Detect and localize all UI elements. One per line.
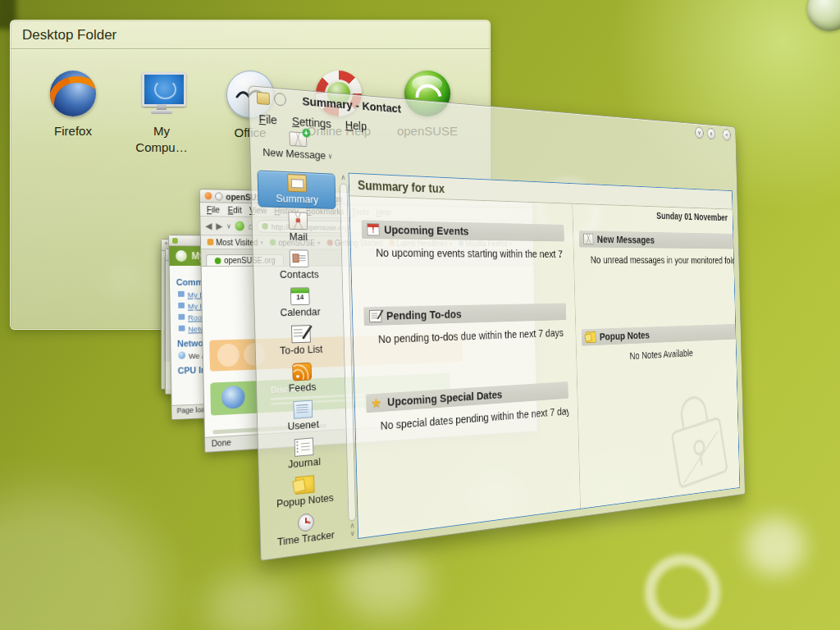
window-buttons: ∨ ∧ ×	[695, 126, 731, 141]
close-button[interactable]: ×	[722, 129, 731, 141]
sidebar-item-usenet[interactable]: Usenet	[263, 396, 342, 438]
menu-file[interactable]: File	[258, 111, 277, 126]
maximize-button[interactable]: ∧	[707, 127, 716, 139]
menu-help[interactable]: Help	[345, 117, 367, 132]
desktop-icon-label: My Compu…	[128, 123, 195, 157]
section-upcoming-special-dates: ★Upcoming Special Dates No special dates…	[366, 381, 568, 433]
wallpaper-bead	[807, 0, 840, 31]
back-icon[interactable]: ◀	[205, 221, 212, 231]
section-pending-todos: Pending To-dos No pending to-dos due wit…	[363, 304, 566, 346]
kontact-sidebar: Summary Mail Contacts Calendar To-do Lis…	[254, 168, 348, 551]
summary-icon	[287, 174, 307, 192]
globe-icon	[221, 386, 245, 409]
menu-settings[interactable]: Settings	[292, 113, 331, 130]
mail-icon	[288, 212, 308, 230]
todo-note-icon	[369, 310, 381, 322]
summary-body: Sunday 01 November Upcoming Events No up…	[349, 196, 739, 538]
desktop-icon-firefox[interactable]: Firefox	[29, 71, 117, 157]
forward-icon[interactable]: ▶	[216, 221, 222, 231]
section-body: No upcoming events starting within the n…	[362, 239, 564, 260]
new-message-label: New Message	[262, 146, 326, 162]
kontact-app-icon	[257, 91, 270, 104]
popup-notes-icon	[295, 475, 315, 495]
time-tracker-icon	[298, 513, 314, 532]
journal-icon	[294, 437, 314, 457]
firefox-icon	[50, 71, 96, 116]
window-menu-button[interactable]	[274, 93, 286, 107]
sidebar-item-feeds[interactable]: Feeds	[262, 358, 341, 399]
sidebar-item-calendar[interactable]: Calendar	[260, 285, 339, 322]
contacts-icon	[290, 249, 309, 267]
dropdown-icon[interactable]: ∨	[328, 152, 333, 160]
section-popup-notes: Popup Notes No Notes Available	[582, 324, 737, 364]
scroll-up-icon[interactable]: ∧	[340, 174, 345, 182]
geeko-icon	[176, 250, 187, 262]
menu-edit[interactable]: Edit	[227, 205, 241, 215]
summary-right-column: New Messages No unread messages in your …	[572, 204, 739, 509]
tab-favicon	[215, 258, 221, 264]
sidebar-item-time-tracker[interactable]: Time Tracker	[267, 507, 345, 553]
nav-dropdown-icon[interactable]: ∨	[226, 222, 231, 230]
section-body: No unread messages in your monitored fol…	[579, 247, 733, 265]
reload-icon[interactable]	[235, 221, 244, 231]
sidebar-item-journal[interactable]: Journal	[264, 433, 343, 476]
desktop-icon-label: Firefox	[54, 123, 92, 139]
wallpaper-blob	[0, 492, 164, 630]
minimize-button[interactable]: ∨	[695, 126, 704, 139]
note-icon	[586, 331, 596, 343]
envelope-icon	[583, 234, 593, 245]
sidebar-item-todo-list[interactable]: To-do List	[261, 322, 340, 360]
computer-icon	[139, 71, 185, 116]
new-message-button[interactable]: New Message∨	[262, 130, 333, 162]
usenet-icon	[293, 400, 313, 419]
calendar-icon	[290, 287, 310, 305]
scroll-down-icon[interactable]: ∨	[350, 530, 355, 538]
wallpaper-blob	[745, 517, 806, 576]
events-alert-icon	[367, 223, 379, 235]
desktop-icon-my-computer[interactable]: My Compu…	[117, 71, 206, 157]
sidebar-item-mail[interactable]: Mail	[258, 208, 337, 246]
window-menu-button[interactable]	[215, 192, 223, 200]
sidebar-item-contacts[interactable]: Contacts	[259, 247, 338, 284]
wallpaper-ring	[645, 555, 720, 630]
star-icon: ★	[372, 397, 383, 409]
summary-panel: Summary for tux Sunday 01 November Upcom…	[349, 173, 740, 539]
kontact-window[interactable]: Summary - Kontact ∨ ∧ × File Settings He…	[248, 85, 745, 561]
section-upcoming-events: Upcoming Events No upcoming events start…	[361, 220, 564, 259]
sidebar-item-summary[interactable]: Summary	[257, 170, 336, 209]
new-message-icon	[289, 131, 307, 147]
section-new-messages: New Messages No unread messages in your …	[579, 231, 734, 266]
kontact-content: Summary Mail Contacts Calendar To-do Lis…	[251, 168, 745, 560]
summary-left-column: Upcoming Events No upcoming events start…	[349, 196, 580, 538]
menu-file[interactable]: File	[207, 204, 220, 214]
desktop-folder-title: Desktop Folder	[11, 21, 490, 49]
feeds-icon	[292, 363, 312, 381]
firefox-window-icon	[204, 192, 212, 199]
summary-date: Sunday 01 November	[656, 210, 728, 222]
wallpaper-blob	[340, 548, 430, 619]
bookmark-folder-icon	[208, 239, 214, 245]
wallpaper-blob	[205, 574, 295, 630]
window-icon	[172, 238, 178, 244]
todo-icon	[291, 325, 311, 343]
